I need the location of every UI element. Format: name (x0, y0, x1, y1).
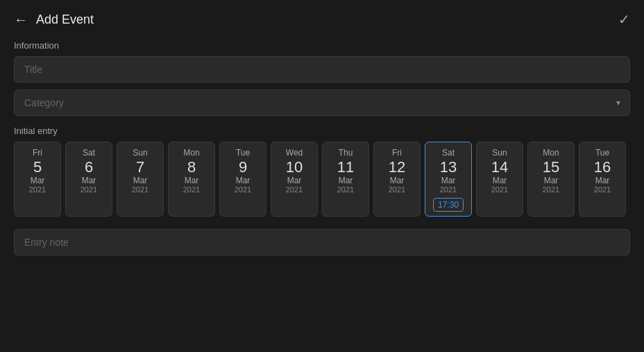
category-select[interactable]: Category (14, 90, 630, 116)
back-icon[interactable]: ← (14, 12, 28, 28)
day-name: Tue (236, 148, 250, 158)
header-left: ← Add Event (14, 12, 94, 28)
page-title: Add Event (36, 12, 94, 27)
day-name: Tue (595, 148, 609, 158)
day-name: Mon (543, 148, 559, 158)
day-month: Mar (185, 176, 199, 185)
day-cell[interactable]: Mon15Mar2021 (527, 142, 575, 217)
day-number: 11 (337, 159, 354, 176)
day-month: Mar (595, 176, 610, 185)
day-month: Mar (544, 176, 559, 185)
day-cell[interactable]: Wed10Mar2021 (271, 142, 318, 217)
day-month: Mar (493, 176, 507, 185)
day-year: 2021 (183, 185, 200, 194)
day-number: 12 (389, 159, 405, 176)
information-label: Information (14, 40, 630, 51)
title-input[interactable] (14, 56, 630, 83)
day-year: 2021 (286, 185, 303, 194)
day-number: 6 (85, 159, 93, 176)
day-number: 13 (440, 159, 457, 176)
day-cell[interactable]: Sat6Mar2021 (65, 142, 112, 217)
day-name: Fri (33, 148, 42, 158)
day-month: Mar (441, 176, 456, 185)
add-event-page: ← Add Event ✓ Information Category ▾ Ini… (0, 0, 644, 267)
day-name: Fri (392, 148, 402, 158)
day-cell[interactable]: Tue9Mar2021 (219, 142, 266, 217)
day-name: Thu (339, 148, 353, 158)
day-month: Mar (390, 176, 405, 185)
day-cell[interactable]: Fri12Mar2021 (373, 142, 421, 217)
day-month: Mar (339, 176, 353, 185)
day-year: 2021 (491, 185, 508, 194)
day-month: Mar (287, 176, 302, 185)
entry-note-input[interactable] (14, 229, 630, 255)
day-cell[interactable]: Fri5Mar2021 (14, 142, 61, 217)
day-month: Mar (236, 176, 251, 185)
day-month: Mar (82, 176, 96, 185)
day-cell[interactable]: Sun7Mar2021 (117, 142, 164, 217)
day-number: 16 (594, 159, 611, 176)
day-number: 14 (491, 159, 508, 176)
day-cell[interactable]: Sun14Mar2021 (476, 142, 523, 217)
day-number: 15 (543, 159, 559, 176)
day-cell[interactable]: Sat13Mar202117:30 (425, 142, 472, 217)
day-name: Wed (286, 148, 303, 158)
day-month: Mar (31, 176, 45, 185)
day-name: Sun (133, 148, 147, 158)
day-cell[interactable]: Tue16Mar2021 (579, 142, 626, 217)
day-year: 2021 (543, 185, 559, 194)
calendar-strip[interactable]: Fri5Mar2021Sat6Mar2021Sun7Mar2021Mon8Mar… (14, 142, 630, 221)
category-wrapper: Category ▾ (14, 90, 630, 116)
day-name: Sun (492, 148, 507, 158)
day-number: 10 (286, 159, 303, 176)
day-month: Mar (133, 176, 148, 185)
day-year: 2021 (132, 185, 149, 194)
day-year: 2021 (235, 185, 251, 194)
initial-entry-label: Initial entry (14, 126, 630, 136)
day-year: 2021 (80, 185, 97, 194)
page-header: ← Add Event ✓ (14, 11, 630, 28)
day-number: 5 (33, 159, 42, 176)
day-cell[interactable]: Mon8Mar2021 (168, 142, 215, 217)
day-name: Sat (442, 148, 455, 158)
day-cell[interactable]: Thu11Mar2021 (322, 142, 369, 217)
day-year: 2021 (389, 185, 405, 194)
time-badge: 17:30 (433, 198, 464, 212)
day-year: 2021 (337, 185, 354, 194)
day-name: Mon (183, 148, 199, 158)
day-year: 2021 (29, 185, 46, 194)
day-year: 2021 (440, 185, 457, 194)
confirm-icon[interactable]: ✓ (618, 11, 630, 28)
day-name: Sat (83, 148, 95, 158)
day-number: 9 (239, 159, 247, 176)
day-year: 2021 (594, 185, 611, 194)
day-number: 7 (136, 159, 144, 176)
entry-note-wrapper (14, 229, 630, 255)
day-number: 8 (187, 159, 196, 176)
